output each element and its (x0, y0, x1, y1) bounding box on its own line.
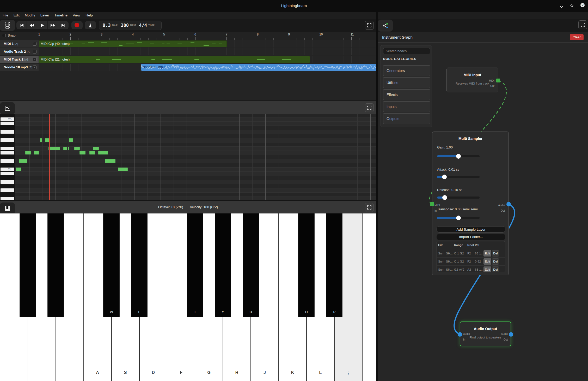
midi-clip[interactable]: MIDI Clip (40 notes) (39, 40, 227, 47)
midi-note[interactable] (48, 147, 60, 150)
audio-out-port[interactable] (506, 202, 511, 206)
track-header[interactable]: Noodle 18.mp3 [A]- (0, 64, 39, 71)
midi-note[interactable] (45, 138, 49, 142)
category-generators[interactable]: Generators (383, 65, 430, 76)
black-key[interactable]: Y (215, 213, 231, 317)
slider-knob[interactable] (456, 154, 461, 159)
black-key[interactable]: U (243, 213, 259, 317)
midi-note[interactable] (93, 147, 99, 150)
search-nodes-input[interactable]: Search nodes... (383, 48, 430, 54)
node-audio-output[interactable]: Audio Output Final output to speakers Au… (460, 322, 511, 346)
import-folder-button[interactable]: Import Folder... (437, 234, 505, 240)
play-button[interactable] (37, 21, 48, 29)
slider-knob[interactable] (456, 216, 461, 220)
audio-in-port[interactable] (458, 332, 462, 337)
midi-out-port[interactable] (496, 79, 500, 82)
graph-view-button[interactable] (378, 20, 393, 32)
skip-start-button[interactable] (16, 21, 27, 29)
timeline-expand-button[interactable] (365, 21, 374, 30)
param-slider[interactable] (437, 197, 480, 199)
node-midi-input[interactable]: MIDI Input Receives MIDI from track MIDI… (446, 68, 498, 92)
audio-out-port[interactable] (509, 332, 513, 337)
midi-note[interactable] (25, 151, 31, 154)
midi-note[interactable] (98, 151, 108, 154)
midi-clip[interactable]: MIDI Clip (21 notes) (39, 56, 310, 63)
del-button[interactable]: Del (492, 258, 499, 265)
midi-note[interactable] (63, 147, 67, 150)
black-key[interactable] (47, 213, 64, 317)
black-key[interactable]: O (298, 213, 315, 317)
edit-button[interactable]: Edit (483, 258, 491, 265)
piano-roll-expand-button[interactable] (365, 103, 374, 112)
midi-note[interactable] (68, 147, 69, 150)
track-mute-checkbox[interactable]: - (33, 66, 36, 69)
category-inputs[interactable]: Inputs (383, 101, 430, 112)
track-header[interactable]: Audio Track 2 [A]- (0, 48, 39, 55)
menu-file[interactable]: File (0, 12, 11, 19)
black-key[interactable]: T (187, 213, 203, 317)
midi-note[interactable] (105, 159, 115, 163)
close-icon[interactable]: ✕ (580, 3, 585, 7)
track-header[interactable]: MIDI Track 2 [A]- (0, 56, 39, 63)
del-button[interactable]: Del (492, 266, 499, 272)
menu-timeline[interactable]: Timeline (52, 12, 70, 19)
del-button[interactable]: Del (492, 250, 499, 257)
track-mute-checkbox[interactable]: - (33, 58, 36, 61)
category-utilities[interactable]: Utilities (383, 77, 430, 88)
track-lane[interactable]: MIDI Clip (21 notes) (39, 56, 376, 63)
piano-roll-mode-button[interactable] (0, 102, 15, 114)
track-header[interactable]: MIDI 1 [A]- (0, 40, 39, 47)
track-lane[interactable] (39, 48, 376, 55)
menu-view[interactable]: View (70, 12, 83, 19)
minimize-icon[interactable] (560, 4, 563, 9)
param-slider[interactable] (437, 155, 480, 157)
white-key[interactable] (362, 213, 376, 381)
track-mute-checkbox[interactable]: - (33, 50, 36, 53)
slider-knob[interactable] (442, 175, 447, 179)
midi-note[interactable] (40, 138, 42, 142)
midi-note[interactable] (89, 151, 95, 154)
midi-note[interactable] (16, 168, 21, 171)
param-slider[interactable] (437, 176, 480, 178)
snap-checkbox[interactable] (2, 34, 6, 37)
track-mute-checkbox[interactable]: - (33, 42, 36, 46)
black-key[interactable]: E (131, 213, 148, 317)
menu-help[interactable]: Help (83, 12, 95, 19)
category-effects[interactable]: Effects (383, 89, 430, 100)
midi-note[interactable] (74, 147, 80, 150)
maximize-icon[interactable] (570, 4, 574, 8)
midi-note[interactable] (118, 168, 128, 171)
track-lane[interactable]: MIDI Clip (40 notes) (39, 40, 376, 47)
rewind-button[interactable] (27, 21, 37, 29)
edit-button[interactable]: Edit (483, 266, 491, 272)
add-sample-layer-button[interactable]: Add Sample Layer (437, 226, 505, 233)
audio-clip[interactable]: Noodle 18.mp3 (141, 64, 376, 71)
graph-canvas[interactable]: Search nodes... NODE CATEGORIES Generato… (378, 43, 588, 381)
timeline-ruler[interactable]: Snap 1234567891011 (0, 32, 376, 40)
menu-modify[interactable]: Modify (22, 12, 38, 19)
graph-expand-button[interactable] (578, 20, 587, 29)
slider-knob[interactable] (442, 195, 447, 200)
metronome-button[interactable] (85, 21, 96, 29)
menu-layer[interactable]: Layer (38, 12, 52, 19)
node-multi-sampler[interactable]: Multi Sampler MIDI In Audio Out Add Samp… (432, 132, 509, 275)
menu-edit[interactable]: Edit (11, 12, 22, 19)
fast-forward-button[interactable] (48, 21, 58, 29)
keyboard-expand-button[interactable] (365, 203, 374, 212)
media-library-button[interactable] (0, 20, 15, 31)
black-key[interactable] (20, 213, 36, 317)
midi-in-port[interactable] (430, 202, 434, 206)
param-slider[interactable] (437, 217, 480, 219)
black-key[interactable]: W (103, 213, 120, 317)
midi-note[interactable] (79, 151, 85, 154)
edit-button[interactable]: Edit (483, 250, 491, 257)
track-lane[interactable]: Noodle 18.mp3 (39, 64, 376, 71)
roll-playhead[interactable] (49, 114, 50, 200)
panel-divider[interactable] (376, 12, 378, 381)
clear-button[interactable]: Clear (570, 34, 584, 40)
black-key[interactable]: P (326, 213, 342, 317)
midi-note[interactable] (69, 138, 73, 142)
timeline-playhead[interactable] (197, 34, 197, 40)
skip-end-button[interactable] (58, 21, 69, 29)
midi-note[interactable] (34, 151, 39, 154)
